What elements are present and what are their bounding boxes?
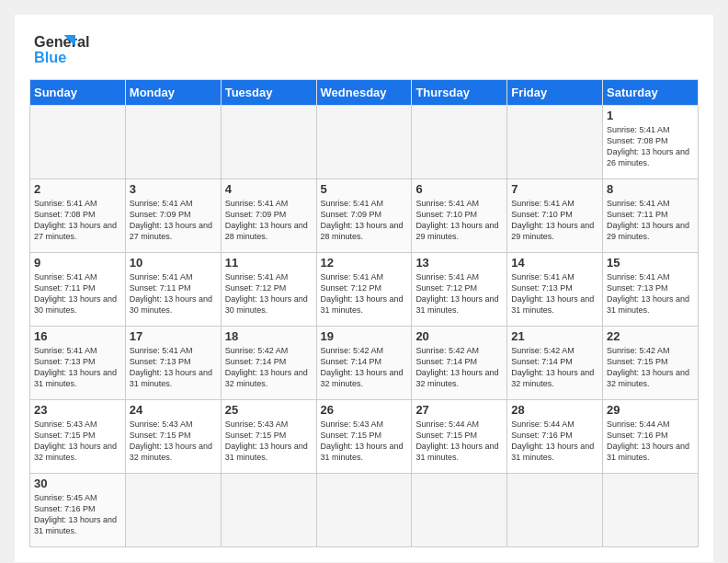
calendar-cell: 4Sunrise: 5:41 AM Sunset: 7:09 PM Daylig… [221,179,316,253]
day-number: 19 [321,329,408,343]
weekday-header-tuesday: Tuesday [221,80,316,106]
logo: General Blue [29,26,103,72]
day-info: Sunrise: 5:42 AM Sunset: 7:14 PM Dayligh… [415,345,503,390]
day-info: Sunrise: 5:41 AM Sunset: 7:13 PM Dayligh… [34,345,121,390]
day-number: 27 [415,403,503,417]
calendar-cell [125,474,221,547]
day-info: Sunrise: 5:42 AM Sunset: 7:14 PM Dayligh… [321,345,408,390]
week-row-5: 30Sunrise: 5:45 AM Sunset: 7:16 PM Dayli… [30,474,699,547]
day-number: 1 [607,109,694,122]
day-number: 21 [511,329,598,343]
calendar-cell: 26Sunrise: 5:43 AM Sunset: 7:15 PM Dayli… [316,400,412,474]
calendar-cell [412,474,507,547]
day-info: Sunrise: 5:41 AM Sunset: 7:10 PM Dayligh… [415,198,503,243]
day-info: Sunrise: 5:41 AM Sunset: 7:10 PM Dayligh… [511,198,598,243]
day-number: 2 [34,182,121,196]
svg-text:General: General [34,33,90,50]
day-info: Sunrise: 5:41 AM Sunset: 7:13 PM Dayligh… [130,345,217,390]
calendar-cell [316,106,412,179]
weekday-header-thursday: Thursday [412,80,507,106]
calendar-cell: 13Sunrise: 5:41 AM Sunset: 7:12 PM Dayli… [412,253,507,327]
day-info: Sunrise: 5:41 AM Sunset: 7:11 PM Dayligh… [34,271,121,316]
weekday-header-monday: Monday [125,80,221,106]
calendar-cell [507,474,603,547]
calendar-container: General Blue SundayMondayTuesdayWednesda… [15,15,713,562]
day-info: Sunrise: 5:43 AM Sunset: 7:15 PM Dayligh… [130,419,217,464]
calendar-cell [221,474,316,547]
day-number: 9 [34,256,121,270]
calendar-cell: 5Sunrise: 5:41 AM Sunset: 7:09 PM Daylig… [316,179,412,253]
day-number: 22 [607,329,694,343]
day-info: Sunrise: 5:44 AM Sunset: 7:16 PM Dayligh… [607,419,694,464]
weekday-header-wednesday: Wednesday [316,80,412,106]
calendar-cell: 9Sunrise: 5:41 AM Sunset: 7:11 PM Daylig… [30,253,126,327]
day-number: 12 [321,256,408,270]
calendar-cell: 8Sunrise: 5:41 AM Sunset: 7:11 PM Daylig… [603,179,699,253]
calendar-cell [30,106,126,179]
svg-text:Blue: Blue [34,49,66,65]
calendar-cell: 16Sunrise: 5:41 AM Sunset: 7:13 PM Dayli… [30,327,126,400]
calendar-cell: 3Sunrise: 5:41 AM Sunset: 7:09 PM Daylig… [125,179,221,253]
weekday-header-sunday: Sunday [30,80,126,106]
day-number: 4 [225,182,313,196]
day-info: Sunrise: 5:42 AM Sunset: 7:15 PM Dayligh… [607,345,694,390]
day-info: Sunrise: 5:41 AM Sunset: 7:12 PM Dayligh… [415,271,503,316]
day-info: Sunrise: 5:41 AM Sunset: 7:12 PM Dayligh… [321,271,408,316]
calendar-cell [221,106,316,179]
day-info: Sunrise: 5:41 AM Sunset: 7:11 PM Dayligh… [130,271,217,316]
day-number: 3 [130,182,217,196]
calendar-cell: 11Sunrise: 5:41 AM Sunset: 7:12 PM Dayli… [221,253,316,327]
day-number: 28 [511,403,598,417]
day-number: 24 [130,403,217,417]
day-info: Sunrise: 5:42 AM Sunset: 7:14 PM Dayligh… [225,345,313,390]
day-number: 26 [321,403,408,417]
weekday-header-friday: Friday [507,80,603,106]
calendar-cell [125,106,221,179]
day-number: 10 [130,256,217,270]
day-number: 20 [415,329,503,343]
day-info: Sunrise: 5:43 AM Sunset: 7:15 PM Dayligh… [321,419,408,464]
day-info: Sunrise: 5:44 AM Sunset: 7:15 PM Dayligh… [415,419,503,464]
weekday-header-saturday: Saturday [603,80,699,106]
calendar-cell: 21Sunrise: 5:42 AM Sunset: 7:14 PM Dayli… [507,327,603,400]
week-row-0: 1Sunrise: 5:41 AM Sunset: 7:08 PM Daylig… [30,106,699,179]
day-info: Sunrise: 5:41 AM Sunset: 7:09 PM Dayligh… [321,198,408,243]
calendar-cell: 28Sunrise: 5:44 AM Sunset: 7:16 PM Dayli… [507,400,603,474]
calendar-cell: 27Sunrise: 5:44 AM Sunset: 7:15 PM Dayli… [412,400,507,474]
calendar-cell: 23Sunrise: 5:43 AM Sunset: 7:15 PM Dayli… [30,400,126,474]
weekday-header-row: SundayMondayTuesdayWednesdayThursdayFrid… [30,80,699,106]
day-info: Sunrise: 5:42 AM Sunset: 7:14 PM Dayligh… [511,345,598,390]
day-info: Sunrise: 5:41 AM Sunset: 7:09 PM Dayligh… [130,198,217,243]
week-row-4: 23Sunrise: 5:43 AM Sunset: 7:15 PM Dayli… [30,400,699,474]
day-number: 30 [34,477,121,490]
calendar-cell: 22Sunrise: 5:42 AM Sunset: 7:15 PM Dayli… [603,327,699,400]
day-info: Sunrise: 5:43 AM Sunset: 7:15 PM Dayligh… [225,419,313,464]
week-row-1: 2Sunrise: 5:41 AM Sunset: 7:08 PM Daylig… [30,179,699,253]
calendar-cell: 15Sunrise: 5:41 AM Sunset: 7:13 PM Dayli… [603,253,699,327]
day-info: Sunrise: 5:41 AM Sunset: 7:09 PM Dayligh… [225,198,313,243]
calendar-cell: 12Sunrise: 5:41 AM Sunset: 7:12 PM Dayli… [316,253,412,327]
calendar-table: SundayMondayTuesdayWednesdayThursdayFrid… [29,79,699,547]
day-number: 15 [607,256,694,270]
calendar-cell: 6Sunrise: 5:41 AM Sunset: 7:10 PM Daylig… [412,179,507,253]
day-info: Sunrise: 5:41 AM Sunset: 7:08 PM Dayligh… [34,198,121,243]
calendar-cell [603,474,699,547]
calendar-cell: 20Sunrise: 5:42 AM Sunset: 7:14 PM Dayli… [412,327,507,400]
calendar-cell: 2Sunrise: 5:41 AM Sunset: 7:08 PM Daylig… [30,179,126,253]
calendar-cell: 18Sunrise: 5:42 AM Sunset: 7:14 PM Dayli… [221,327,316,400]
calendar-cell: 29Sunrise: 5:44 AM Sunset: 7:16 PM Dayli… [603,400,699,474]
week-row-3: 16Sunrise: 5:41 AM Sunset: 7:13 PM Dayli… [30,327,699,400]
calendar-cell: 25Sunrise: 5:43 AM Sunset: 7:15 PM Dayli… [221,400,316,474]
calendar-cell [507,106,603,179]
day-info: Sunrise: 5:41 AM Sunset: 7:08 PM Dayligh… [607,124,694,169]
day-info: Sunrise: 5:41 AM Sunset: 7:11 PM Dayligh… [607,198,694,243]
day-info: Sunrise: 5:41 AM Sunset: 7:13 PM Dayligh… [511,271,598,316]
calendar-cell: 30Sunrise: 5:45 AM Sunset: 7:16 PM Dayli… [30,474,126,547]
calendar-cell: 1Sunrise: 5:41 AM Sunset: 7:08 PM Daylig… [603,106,699,179]
day-number: 14 [511,256,598,270]
day-number: 6 [415,182,503,196]
calendar-cell: 14Sunrise: 5:41 AM Sunset: 7:13 PM Dayli… [507,253,603,327]
logo-icon: General Blue [29,26,103,72]
day-number: 8 [607,182,694,196]
day-number: 29 [607,403,694,417]
